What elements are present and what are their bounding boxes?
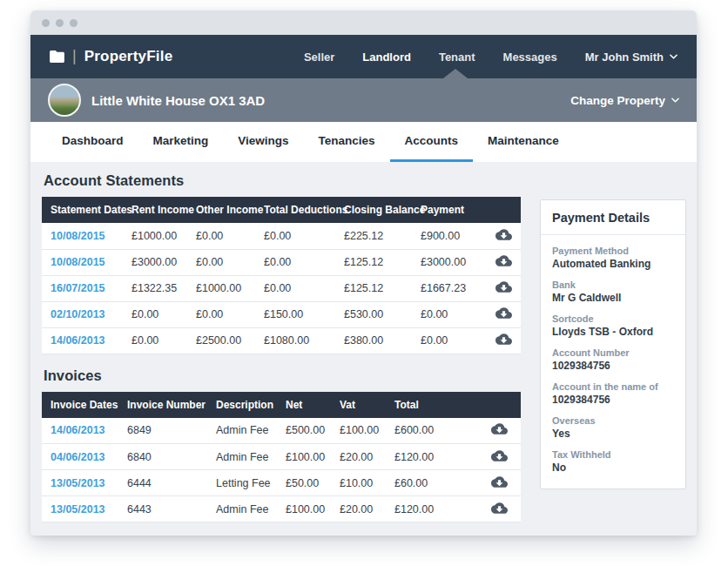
cloud-download-icon[interactable] — [495, 229, 512, 240]
invoice-net: £100.00 — [277, 444, 331, 470]
cloud-download-icon[interactable] — [495, 307, 512, 319]
col-invoice-number: Invoice Number — [118, 392, 207, 418]
cloud-download-icon[interactable] — [491, 450, 508, 462]
field-label: Account in the name of — [552, 381, 674, 392]
field-value: Lloyds TSB - Oxford — [552, 326, 674, 338]
change-property-label: Change Property — [570, 94, 665, 107]
col-download — [482, 392, 521, 418]
cloud-download-icon[interactable] — [495, 255, 512, 266]
statement-date-link[interactable]: 14/06/2013 — [51, 334, 105, 347]
statement-payment: £0.00 — [412, 301, 490, 327]
payment-details-panel: Payment Details Payment Method Automated… — [540, 199, 686, 489]
field-label: Overseas — [552, 415, 674, 426]
invoice-date-link[interactable]: 14/06/2013 — [51, 424, 105, 436]
invoice-row: 13/05/2013 6443 Admin Fee £100.00 £20.00… — [42, 496, 521, 522]
tab-accounts[interactable]: Accounts — [390, 122, 474, 162]
main-column: Account Statements Statement Dates Rent … — [42, 162, 521, 536]
statement-total-deductions: £0.00 — [255, 223, 335, 249]
field-value: 1029384756 — [552, 394, 674, 406]
statement-date-link[interactable]: 10/08/2015 — [51, 256, 105, 268]
invoice-number: 6849 — [118, 418, 207, 444]
statement-total-deductions: £1080.00 — [255, 327, 335, 354]
invoice-description: Letting Fee — [207, 470, 277, 496]
field-value: No — [552, 462, 674, 474]
nav-item-seller[interactable]: Seller — [304, 51, 334, 64]
statement-other-income: £1000.00 — [187, 275, 255, 301]
tab-dashboard[interactable]: Dashboard — [47, 122, 138, 162]
statement-other-income: £0.00 — [187, 249, 255, 275]
invoice-date-link[interactable]: 13/05/2013 — [51, 477, 105, 489]
field-label: Tax Withheld — [552, 449, 674, 460]
col-rent-income: Rent Income — [123, 197, 187, 223]
cloud-download-icon[interactable] — [491, 502, 508, 514]
invoices-header-row: Invoice Dates Invoice Number Description… — [42, 392, 521, 418]
invoices-heading: Invoices — [44, 367, 521, 384]
invoice-vat: £10.00 — [331, 470, 386, 496]
tab-tenancies[interactable]: Tenancies — [304, 122, 390, 162]
statement-date-link[interactable]: 10/08/2015 — [51, 230, 105, 242]
invoice-date-link[interactable]: 13/05/2013 — [51, 503, 105, 515]
invoice-row: 13/05/2013 6444 Letting Fee £50.00 £10.0… — [42, 470, 521, 496]
invoice-row: 04/06/2013 6840 Admin Fee £100.00 £20.00… — [42, 444, 521, 470]
field-label: Sortcode — [552, 313, 674, 324]
tab-viewings[interactable]: Viewings — [223, 122, 303, 162]
payment-detail-field: Bank Mr G Caldwell — [552, 280, 674, 304]
field-value: Yes — [552, 428, 674, 440]
brand-name: PropertyFile — [84, 48, 173, 65]
invoice-total: £600.00 — [386, 418, 482, 444]
payment-detail-field: Tax Withheld No — [552, 449, 674, 474]
statement-date-link[interactable]: 02/10/2013 — [51, 308, 105, 320]
nav-item-tenant[interactable]: Tenant — [439, 51, 475, 64]
statement-rent-income: £1322.35 — [123, 275, 187, 301]
cloud-download-icon[interactable] — [495, 281, 512, 293]
cloud-download-icon[interactable] — [491, 476, 508, 488]
statement-closing-balance: £225.12 — [335, 223, 412, 249]
invoice-number: 6840 — [118, 444, 207, 470]
statement-closing-balance: £125.12 — [335, 249, 412, 275]
chevron-down-icon — [670, 54, 677, 59]
tab-marketing[interactable]: Marketing — [138, 122, 224, 162]
active-nav-pointer — [443, 69, 468, 78]
cloud-download-icon[interactable] — [491, 423, 508, 435]
statement-closing-balance: £125.12 — [335, 275, 412, 301]
col-total: Total — [386, 392, 482, 418]
invoice-net: £500.00 — [277, 418, 331, 444]
section-tabs: Dashboard Marketing Viewings Tenancies A… — [30, 122, 697, 162]
invoice-description: Admin Fee — [207, 418, 277, 444]
window-control-dot[interactable] — [56, 19, 64, 27]
window-titlebar — [30, 10, 697, 35]
change-property-button[interactable]: Change Property — [570, 94, 679, 107]
col-statement-dates: Statement Dates — [42, 197, 123, 223]
user-menu[interactable]: Mr John Smith — [585, 51, 677, 64]
payment-details-body: Payment Method Automated Banking Bank Mr… — [541, 235, 685, 489]
statement-total-deductions: £0.00 — [255, 275, 335, 301]
sidebar-column: Payment Details Payment Method Automated… — [540, 162, 686, 536]
cloud-download-icon[interactable] — [495, 334, 512, 345]
statement-rent-income: £0.00 — [123, 301, 187, 327]
statement-row: 14/06/2013 £0.00 £2500.00 £1080.00 £380.… — [42, 327, 521, 354]
col-total-deductions: Total Deductions — [255, 197, 335, 223]
nav-item-messages[interactable]: Messages — [503, 51, 557, 64]
field-value: Mr G Caldwell — [552, 292, 674, 304]
statement-rent-income: £3000.00 — [123, 249, 187, 275]
brand[interactable]: | PropertyFile — [50, 48, 172, 66]
statements-heading: Account Statements — [44, 172, 521, 189]
window-control-dot[interactable] — [42, 19, 50, 27]
payment-detail-field: Account Number 1029384756 — [552, 347, 674, 372]
statement-payment: £900.00 — [412, 223, 490, 249]
invoice-total: £120.00 — [386, 444, 482, 470]
statement-date-link[interactable]: 16/07/2015 — [51, 282, 105, 294]
invoice-date-link[interactable]: 04/06/2013 — [51, 451, 105, 463]
col-vat: Vat — [331, 392, 386, 418]
chevron-down-icon — [671, 98, 679, 103]
invoice-description: Admin Fee — [207, 444, 277, 470]
col-closing-balance: Closing Balance — [335, 197, 412, 223]
tab-maintenance[interactable]: Maintenance — [473, 122, 574, 162]
nav-item-landlord[interactable]: Landlord — [362, 51, 411, 64]
statement-rent-income: £1000.00 — [123, 223, 187, 249]
col-net: Net — [277, 392, 331, 418]
invoice-row: 14/06/2013 6849 Admin Fee £500.00 £100.0… — [42, 418, 521, 444]
window-control-dot[interactable] — [70, 19, 78, 27]
property-photo-avatar[interactable] — [48, 84, 81, 117]
brand-separator: | — [72, 47, 77, 65]
